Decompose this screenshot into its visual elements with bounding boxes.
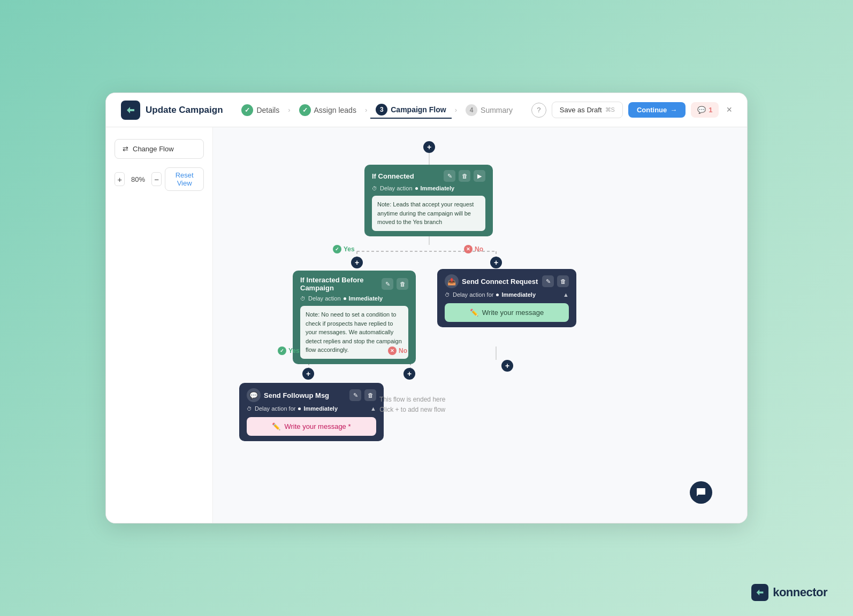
canvas: + If Connected ✎ 🗑 ▶ — [213, 127, 747, 523]
header: Update Campaign ✓ Details › ✓ Assign lea… — [106, 93, 747, 127]
send-connect-delay: ⏱ Delay action for Immediately ▲ — [445, 291, 569, 298]
delete-interacted-icon[interactable]: 🗑 — [397, 278, 408, 290]
step-assign-label: Assign leads — [314, 106, 356, 114]
arrow-right-icon: → — [670, 106, 677, 114]
no-branch: ✕ No — [464, 245, 483, 253]
interacted-delay-label: Delay action — [308, 295, 341, 302]
step-summary[interactable]: 4 Summary — [460, 102, 518, 118]
close-button[interactable]: × — [726, 104, 732, 116]
no-circle: ✕ — [464, 245, 473, 253]
interacted-note-text: Note: No need to set a condition to chec… — [306, 311, 402, 353]
interacted-yes-label: ✓ Yes — [278, 346, 300, 355]
body-area: ⇄ Change Flow + 80% − Reset View — [106, 127, 747, 523]
followup-delay-label: Delay action for — [255, 405, 295, 412]
flow-icon: ⇄ — [123, 145, 128, 153]
if-connected-title: If Connected — [372, 172, 414, 180]
pencil-pink-icon: ✏️ — [272, 422, 280, 430]
zoom-value: 80% — [128, 175, 148, 183]
yes-plus-node: + — [351, 257, 363, 268]
step-details[interactable]: ✓ Details — [236, 102, 285, 118]
edit-interacted-icon[interactable]: ✎ — [382, 278, 393, 290]
if-connected-note: Note: Leads that accept your request any… — [372, 196, 485, 231]
followup-icon: 💬 — [247, 388, 261, 402]
write-message-connect-button[interactable]: ✏️ Write your message — [445, 303, 569, 322]
reset-view-button[interactable]: Reset View — [165, 167, 204, 191]
step-campaign-label: Campaign Flow — [391, 105, 446, 114]
comment-button[interactable]: 💬 1 — [691, 102, 719, 118]
continue-label: Continue — [637, 106, 667, 114]
steps-nav: ✓ Details › ✓ Assign leads › 3 Campaign … — [223, 102, 531, 119]
pencil-icon: ✏️ — [470, 309, 478, 317]
no-label: ✕ No — [464, 245, 483, 253]
yes-label: ✓ Yes — [333, 245, 355, 253]
app-logo-icon — [121, 101, 140, 120]
main-card: Update Campaign ✓ Details › ✓ Assign lea… — [105, 93, 748, 523]
top-plus-button[interactable]: + — [423, 141, 435, 153]
step-assign-leads[interactable]: ✓ Assign leads — [294, 102, 362, 118]
write-msg-connect-label: Write your message — [482, 309, 544, 317]
followup-chevron-icon[interactable]: ▲ — [370, 405, 376, 412]
step-arrow-3: › — [455, 106, 457, 114]
flow-container: + If Connected ✎ 🗑 ▶ — [239, 138, 721, 512]
step-campaign-flow[interactable]: 3 Campaign Flow — [370, 102, 451, 119]
brand-logo-icon — [751, 584, 768, 601]
delay-dot — [415, 187, 418, 190]
write-message-followup-button[interactable]: ✏️ Write your message * — [247, 417, 376, 436]
save-draft-button[interactable]: Save as Draft ⌘S — [552, 102, 623, 118]
int-yes-plus-button[interactable]: + — [302, 368, 314, 380]
sidebar: ⇄ Change Flow + 80% − Reset View — [106, 127, 213, 523]
no-plus-button[interactable]: + — [490, 257, 502, 268]
change-flow-label: Change Flow — [133, 145, 174, 153]
interacted-no-label: ✕ No — [388, 346, 407, 355]
if-connected-actions: ✎ 🗑 ▶ — [444, 170, 485, 182]
delete-icon[interactable]: 🗑 — [459, 170, 470, 182]
zoom-in-button[interactable]: + — [115, 172, 125, 186]
if-interacted-delay: ⏱ Delay action Immediately — [300, 295, 408, 302]
zoom-out-button[interactable]: − — [151, 172, 162, 186]
interacted-delay-value: Immediately — [349, 295, 383, 302]
edit-connect-icon[interactable]: ✎ — [542, 275, 554, 287]
no-plus-node: + — [490, 257, 502, 268]
int-yes-circle: ✓ — [278, 346, 286, 355]
chevron-up-icon[interactable]: ▲ — [563, 291, 569, 298]
delete-followup-icon[interactable]: 🗑 — [364, 389, 376, 401]
edit-icon[interactable]: ✎ — [444, 170, 455, 182]
followup-actions: ✎ 🗑 — [349, 389, 376, 401]
change-flow-button[interactable]: ⇄ Change Flow — [115, 139, 204, 159]
delay-timer-icon2: ⏱ — [300, 296, 306, 302]
end-flow-line2: Click + to add new flow — [379, 405, 445, 415]
step-campaign-circle: 3 — [376, 104, 387, 116]
followup-delay-value: Immediately — [303, 405, 338, 412]
send-followup-header: 💬 Send Followup Msg ✎ 🗑 — [247, 388, 376, 402]
interacted-no-branch: ✕ No — [388, 346, 407, 355]
int-no-plus-button[interactable]: + — [403, 368, 415, 380]
delay-timer-icon4: ⏱ — [247, 406, 252, 412]
int-yes-text: Yes — [288, 347, 300, 355]
step-assign-circle: ✓ — [299, 104, 311, 116]
followup-delay: ⏱ Delay action for Immediately ▲ — [247, 405, 376, 412]
connect-delay-dot — [496, 294, 499, 296]
delay-label: Delay action — [380, 185, 413, 191]
send-followup-node: 💬 Send Followup Msg ✎ 🗑 ⏱ Delay — [239, 383, 384, 441]
interacted-delay-dot — [344, 297, 346, 300]
chat-bubble-button[interactable] — [690, 481, 712, 504]
continue-button[interactable]: Continue → — [628, 102, 686, 118]
help-button[interactable]: ? — [531, 103, 546, 118]
connect-plus-button[interactable]: + — [501, 360, 513, 372]
delay-value: Immediately — [421, 185, 455, 191]
edit-followup-icon[interactable]: ✎ — [349, 389, 361, 401]
if-interacted-header: If Interacted Before Campaign ✎ 🗑 — [300, 276, 408, 292]
step-arrow-1: › — [288, 106, 290, 114]
save-draft-label: Save as Draft — [560, 106, 602, 114]
yes-circle: ✓ — [333, 245, 341, 253]
yes-plus-button[interactable]: + — [351, 257, 363, 268]
comment-icon: 💬 — [697, 106, 706, 114]
if-connected-node: If Connected ✎ 🗑 ▶ ⏱ Delay action Imme — [364, 165, 493, 236]
keyboard-icon: ⌘S — [605, 106, 615, 113]
delay-timer-icon3: ⏱ — [445, 292, 450, 298]
delete-connect-icon[interactable]: 🗑 — [557, 275, 569, 287]
if-connected-card: If Connected ✎ 🗑 ▶ ⏱ Delay action Imme — [364, 165, 493, 236]
interacted-yes-branch: ✓ Yes — [278, 346, 300, 355]
play-icon[interactable]: ▶ — [474, 170, 485, 182]
comment-count: 1 — [709, 106, 712, 114]
